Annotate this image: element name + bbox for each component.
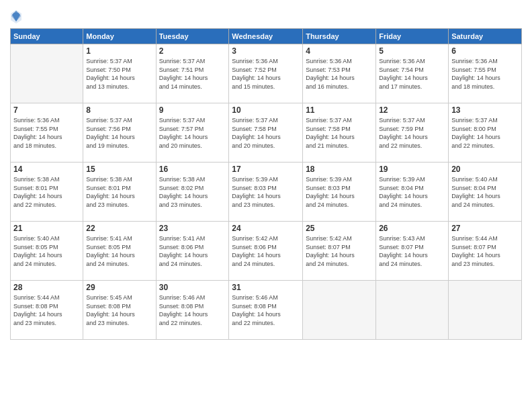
day-info: Sunrise: 5:42 AM Sunset: 8:06 PM Dayligh… bbox=[232, 234, 300, 268]
day-number: 17 bbox=[232, 165, 300, 174]
day-number: 22 bbox=[86, 224, 152, 233]
day-number: 15 bbox=[86, 165, 152, 174]
weekday-header-monday: Monday bbox=[83, 29, 156, 44]
day-cell: 22Sunrise: 5:41 AM Sunset: 8:05 PM Dayli… bbox=[83, 222, 156, 281]
week-row-5: 28Sunrise: 5:44 AM Sunset: 8:08 PM Dayli… bbox=[11, 281, 522, 340]
day-number: 12 bbox=[379, 105, 445, 115]
day-number: 27 bbox=[451, 224, 519, 233]
day-number: 2 bbox=[159, 46, 226, 56]
weekday-header-saturday: Saturday bbox=[449, 29, 522, 44]
day-info: Sunrise: 5:41 AM Sunset: 8:05 PM Dayligh… bbox=[86, 234, 152, 268]
day-info: Sunrise: 5:36 AM Sunset: 7:55 PM Dayligh… bbox=[451, 57, 519, 91]
day-number: 25 bbox=[306, 224, 373, 233]
day-cell: 13Sunrise: 5:37 AM Sunset: 8:00 PM Dayli… bbox=[449, 103, 522, 163]
day-number: 7 bbox=[13, 105, 80, 115]
day-cell bbox=[303, 281, 376, 340]
day-info: Sunrise: 5:37 AM Sunset: 7:58 PM Dayligh… bbox=[306, 116, 373, 150]
day-cell: 6Sunrise: 5:36 AM Sunset: 7:55 PM Daylig… bbox=[449, 44, 522, 103]
week-row-4: 21Sunrise: 5:40 AM Sunset: 8:05 PM Dayli… bbox=[11, 222, 522, 281]
day-number: 31 bbox=[232, 283, 300, 292]
day-cell: 23Sunrise: 5:41 AM Sunset: 8:06 PM Dayli… bbox=[156, 222, 229, 281]
day-info: Sunrise: 5:40 AM Sunset: 8:04 PM Dayligh… bbox=[451, 175, 519, 209]
day-info: Sunrise: 5:39 AM Sunset: 8:03 PM Dayligh… bbox=[306, 175, 373, 209]
week-row-3: 14Sunrise: 5:38 AM Sunset: 8:01 PM Dayli… bbox=[11, 163, 522, 222]
day-number: 13 bbox=[451, 105, 519, 115]
day-info: Sunrise: 5:37 AM Sunset: 8:00 PM Dayligh… bbox=[451, 116, 519, 150]
day-info: Sunrise: 5:36 AM Sunset: 7:55 PM Dayligh… bbox=[13, 116, 80, 150]
day-number: 23 bbox=[159, 224, 226, 233]
day-number: 8 bbox=[86, 105, 152, 115]
day-cell: 29Sunrise: 5:45 AM Sunset: 8:08 PM Dayli… bbox=[83, 281, 156, 340]
day-info: Sunrise: 5:38 AM Sunset: 8:01 PM Dayligh… bbox=[86, 175, 152, 209]
day-cell: 11Sunrise: 5:37 AM Sunset: 7:58 PM Dayli… bbox=[303, 103, 376, 163]
day-number: 20 bbox=[451, 165, 519, 174]
day-cell bbox=[376, 281, 449, 340]
day-cell: 1Sunrise: 5:37 AM Sunset: 7:50 PM Daylig… bbox=[83, 44, 156, 103]
day-number: 24 bbox=[232, 224, 300, 233]
day-number: 14 bbox=[13, 165, 80, 174]
day-cell: 5Sunrise: 5:36 AM Sunset: 7:54 PM Daylig… bbox=[376, 44, 449, 103]
day-info: Sunrise: 5:38 AM Sunset: 8:01 PM Dayligh… bbox=[13, 175, 80, 209]
day-cell: 9Sunrise: 5:37 AM Sunset: 7:57 PM Daylig… bbox=[156, 103, 229, 163]
weekday-header-row: SundayMondayTuesdayWednesdayThursdayFrid… bbox=[11, 29, 522, 44]
day-cell: 10Sunrise: 5:37 AM Sunset: 7:58 PM Dayli… bbox=[229, 103, 303, 163]
day-cell: 31Sunrise: 5:46 AM Sunset: 8:08 PM Dayli… bbox=[229, 281, 303, 340]
day-number: 21 bbox=[13, 224, 80, 233]
day-info: Sunrise: 5:45 AM Sunset: 8:08 PM Dayligh… bbox=[86, 293, 152, 327]
day-cell: 15Sunrise: 5:38 AM Sunset: 8:01 PM Dayli… bbox=[83, 163, 156, 222]
day-cell: 14Sunrise: 5:38 AM Sunset: 8:01 PM Dayli… bbox=[11, 163, 83, 222]
day-info: Sunrise: 5:37 AM Sunset: 7:57 PM Dayligh… bbox=[159, 116, 226, 150]
day-cell: 4Sunrise: 5:36 AM Sunset: 7:53 PM Daylig… bbox=[303, 44, 376, 103]
day-number: 4 bbox=[306, 46, 373, 56]
day-info: Sunrise: 5:36 AM Sunset: 7:54 PM Dayligh… bbox=[379, 57, 445, 91]
header bbox=[10, 7, 522, 24]
day-number: 5 bbox=[379, 46, 445, 56]
day-info: Sunrise: 5:38 AM Sunset: 8:02 PM Dayligh… bbox=[159, 175, 226, 209]
weekday-header-tuesday: Tuesday bbox=[156, 29, 229, 44]
day-cell: 28Sunrise: 5:44 AM Sunset: 8:08 PM Dayli… bbox=[11, 281, 83, 340]
day-number: 19 bbox=[379, 165, 445, 174]
day-number: 28 bbox=[13, 283, 80, 292]
calendar-container: SundayMondayTuesdayWednesdayThursdayFrid… bbox=[0, 0, 532, 411]
day-cell: 12Sunrise: 5:37 AM Sunset: 7:59 PM Dayli… bbox=[376, 103, 449, 163]
weekday-header-sunday: Sunday bbox=[11, 29, 83, 44]
day-cell: 8Sunrise: 5:37 AM Sunset: 7:56 PM Daylig… bbox=[83, 103, 156, 163]
day-cell: 18Sunrise: 5:39 AM Sunset: 8:03 PM Dayli… bbox=[303, 163, 376, 222]
day-number: 18 bbox=[306, 165, 373, 174]
day-cell bbox=[11, 44, 83, 103]
logo bbox=[10, 9, 24, 24]
day-info: Sunrise: 5:42 AM Sunset: 8:07 PM Dayligh… bbox=[306, 234, 373, 268]
day-info: Sunrise: 5:37 AM Sunset: 7:58 PM Dayligh… bbox=[232, 116, 300, 150]
day-info: Sunrise: 5:39 AM Sunset: 8:04 PM Dayligh… bbox=[379, 175, 445, 209]
day-cell: 7Sunrise: 5:36 AM Sunset: 7:55 PM Daylig… bbox=[11, 103, 83, 163]
day-cell: 26Sunrise: 5:43 AM Sunset: 8:07 PM Dayli… bbox=[376, 222, 449, 281]
day-info: Sunrise: 5:46 AM Sunset: 8:08 PM Dayligh… bbox=[159, 293, 226, 327]
day-cell: 3Sunrise: 5:36 AM Sunset: 7:52 PM Daylig… bbox=[229, 44, 303, 103]
day-number: 6 bbox=[451, 46, 519, 56]
day-number: 11 bbox=[306, 105, 373, 115]
weekday-header-wednesday: Wednesday bbox=[229, 29, 303, 44]
day-info: Sunrise: 5:44 AM Sunset: 8:07 PM Dayligh… bbox=[451, 234, 519, 268]
week-row-1: 1Sunrise: 5:37 AM Sunset: 7:50 PM Daylig… bbox=[11, 44, 522, 103]
day-info: Sunrise: 5:37 AM Sunset: 7:50 PM Dayligh… bbox=[86, 57, 152, 91]
day-cell bbox=[449, 281, 522, 340]
day-info: Sunrise: 5:37 AM Sunset: 7:51 PM Dayligh… bbox=[159, 57, 226, 91]
day-info: Sunrise: 5:37 AM Sunset: 7:56 PM Dayligh… bbox=[86, 116, 152, 150]
day-cell: 19Sunrise: 5:39 AM Sunset: 8:04 PM Dayli… bbox=[376, 163, 449, 222]
day-cell: 21Sunrise: 5:40 AM Sunset: 8:05 PM Dayli… bbox=[11, 222, 83, 281]
day-info: Sunrise: 5:40 AM Sunset: 8:05 PM Dayligh… bbox=[13, 234, 80, 268]
day-info: Sunrise: 5:36 AM Sunset: 7:53 PM Dayligh… bbox=[306, 57, 373, 91]
day-info: Sunrise: 5:36 AM Sunset: 7:52 PM Dayligh… bbox=[232, 57, 300, 91]
day-info: Sunrise: 5:46 AM Sunset: 8:08 PM Dayligh… bbox=[232, 293, 300, 327]
calendar-table: SundayMondayTuesdayWednesdayThursdayFrid… bbox=[10, 28, 522, 340]
weekday-header-thursday: Thursday bbox=[303, 29, 376, 44]
weekday-header-friday: Friday bbox=[376, 29, 449, 44]
day-info: Sunrise: 5:44 AM Sunset: 8:08 PM Dayligh… bbox=[13, 293, 80, 327]
day-number: 1 bbox=[86, 46, 152, 56]
day-number: 29 bbox=[86, 283, 152, 292]
day-cell: 17Sunrise: 5:39 AM Sunset: 8:03 PM Dayli… bbox=[229, 163, 303, 222]
day-number: 9 bbox=[159, 105, 226, 115]
day-info: Sunrise: 5:43 AM Sunset: 8:07 PM Dayligh… bbox=[379, 234, 445, 268]
day-cell: 27Sunrise: 5:44 AM Sunset: 8:07 PM Dayli… bbox=[449, 222, 522, 281]
day-cell: 20Sunrise: 5:40 AM Sunset: 8:04 PM Dayli… bbox=[449, 163, 522, 222]
